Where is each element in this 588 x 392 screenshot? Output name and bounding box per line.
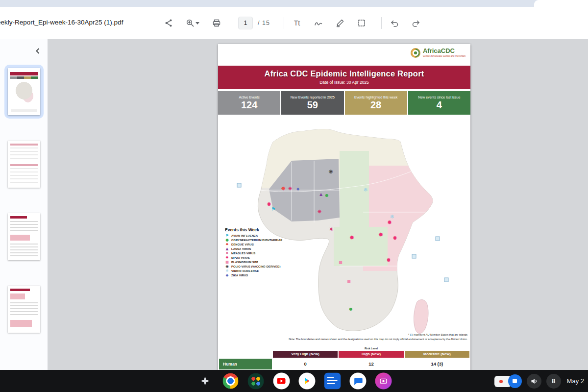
legend-label: DENGUE VIRUS: [231, 243, 254, 246]
mpox-marker: ✹: [392, 235, 397, 241]
thumbnail-rail: [0, 39, 48, 370]
mpox-marker: ✹: [378, 232, 383, 238]
island-marker: [444, 278, 449, 282]
thumbnail-page-3[interactable]: [4, 210, 44, 264]
risk-value-cell: 14 (3): [405, 359, 469, 369]
screencast-app-button[interactable]: [375, 372, 392, 390]
legend-label: MPOX VIRUS: [231, 256, 250, 259]
thumbnail-sketch: [8, 213, 40, 260]
islands-note: * represent AU Member States that are is…: [408, 333, 467, 336]
legend-item-avian: ⚑AVIAN INFLUENZA: [225, 234, 282, 238]
dengue-legend-icon: ✸: [225, 243, 229, 246]
boundaries-note: Note: The boundaries and names shown and…: [289, 338, 467, 341]
stat-label: Events highlighted this week: [354, 96, 397, 99]
legend-item-coryne: ●CORYNEBACTERIUM DIPHTHERIAE: [225, 238, 282, 242]
risk-col-header: Very High (New): [273, 351, 338, 358]
legend-item-polio: ◉POLIO VIRUS (VACCINE-DERIVED): [225, 265, 282, 269]
lassa-legend-icon: ▲: [225, 247, 229, 251]
measles-marker: ✷: [329, 226, 334, 232]
speaker-icon: [530, 377, 539, 386]
browser-tab-strip: [0, 0, 588, 7]
legend-item-dengue: ✸DENGUE VIRUS: [225, 243, 282, 246]
measles-legend-icon: ✷: [225, 251, 229, 255]
plasmodium-marker: ■: [347, 280, 351, 284]
zoom-icon: [186, 19, 195, 27]
legend-label: AVIAN INFLUENZA: [231, 234, 258, 237]
notification-counter[interactable]: 8: [546, 374, 561, 389]
avian-legend-icon: ⚑: [225, 234, 229, 238]
africa-cdc-logo: AfricaCDC Centres for Disease Control an…: [410, 48, 466, 58]
legend-title: Events this Week: [225, 227, 282, 232]
mpox-marker: ✹: [267, 201, 271, 207]
ink-annotation-button[interactable]: [331, 14, 349, 32]
play-store-app-button[interactable]: [298, 372, 316, 390]
legend-label: LASSA VIRUS: [231, 247, 251, 250]
youtube-app-button[interactable]: [273, 372, 290, 390]
island-marker: [237, 183, 242, 188]
plasmodium-marker: ■: [339, 261, 343, 265]
print-button[interactable]: [208, 14, 225, 32]
stat-label: New Events reported in 2025: [291, 96, 335, 99]
messages-app-button[interactable]: [349, 372, 367, 390]
volume-button[interactable]: [527, 374, 541, 389]
signature-button[interactable]: [310, 14, 327, 32]
thumbnail-preview: [8, 141, 40, 188]
screen: eekly-Report_Epi-week-16-30Apr25 (1).pdf: [0, 0, 588, 392]
page-number-input[interactable]: 1: [238, 17, 253, 29]
stat-value: 4: [437, 100, 442, 110]
launcher-star-icon: [199, 375, 211, 387]
share-button[interactable]: [160, 14, 177, 32]
toolbar-tools: 1 / 15 Tt: [160, 14, 425, 32]
report-date: Date of Issue: 30 Apr 2025: [218, 80, 470, 85]
weather-channel-icon: [324, 373, 341, 390]
coryne-legend-icon: ●: [225, 238, 229, 242]
ink-pen-icon: [336, 19, 344, 27]
plasmodium-legend-icon: ■: [225, 260, 229, 264]
thumbnail-preview: [8, 213, 40, 260]
risk-table: Risk Level Very High (New)High (New)Mode…: [219, 347, 469, 369]
select-area-button[interactable]: [353, 14, 370, 32]
chrome-app-button[interactable]: [222, 372, 239, 390]
thumbnail-sketch: [8, 141, 40, 188]
chevron-left-icon: [34, 48, 41, 54]
weather-channel-app-button[interactable]: [324, 372, 341, 390]
pdf-page[interactable]: AfricaCDC Centres for Disease Control an…: [218, 44, 470, 370]
chrome-icon: [222, 373, 238, 389]
app-grid-button[interactable]: [247, 372, 265, 390]
logo-tagline: Centres for Disease Control and Preventi…: [423, 55, 466, 57]
legend-label: VIBRIO CHOLERAE: [231, 270, 259, 272]
page-number-value: 1: [244, 20, 247, 26]
zoom-button[interactable]: [181, 14, 204, 32]
screen-capture-tote[interactable]: [494, 374, 522, 389]
avian-marker: ⚑: [271, 207, 276, 212]
legend-label: PLASMODIUM SPP: [231, 261, 258, 264]
risk-value-cell: 12: [339, 359, 403, 369]
stat-box-3: Events highlighted this week28: [345, 91, 407, 115]
redo-button[interactable]: [407, 14, 425, 32]
pdf-viewer: AfricaCDC Centres for Disease Control an…: [0, 39, 588, 370]
collapse-thumbnails-button[interactable]: [31, 44, 45, 58]
undo-button[interactable]: [386, 14, 403, 32]
mpox-legend-icon: ✹: [225, 256, 229, 260]
page-count-label: / 15: [258, 20, 270, 26]
zika-legend-icon: ◆: [225, 273, 229, 277]
record-dot-icon: [499, 380, 503, 383]
thumbnail-page-4[interactable]: [4, 282, 44, 336]
cholera-legend-icon: ❄: [225, 269, 229, 273]
legend-label: MEASLES VIRUS: [231, 252, 255, 255]
play-store-icon: [298, 373, 315, 390]
stat-box-4: New events since last issue4: [408, 91, 470, 115]
thumbnail-page-2[interactable]: [4, 137, 44, 191]
thumbnail-page-1[interactable]: [4, 65, 44, 119]
print-icon: [212, 19, 221, 27]
stat-box-2: New Events reported in 202559: [281, 91, 343, 115]
risk-header-row: Very High (New)High (New)Moderate (New): [219, 351, 469, 358]
signature-icon: [314, 19, 323, 27]
launcher-button[interactable]: [196, 372, 214, 390]
clock-date[interactable]: May 2: [567, 377, 584, 385]
risk-table-caption: Risk Level: [273, 347, 469, 350]
measles-marker: ✷: [317, 209, 322, 215]
pdf-toolbar: eekly-Report_Epi-week-16-30Apr25 (1).pdf: [0, 7, 588, 39]
text-format-button[interactable]: Tt: [288, 14, 306, 32]
camera-icon: [378, 376, 389, 387]
